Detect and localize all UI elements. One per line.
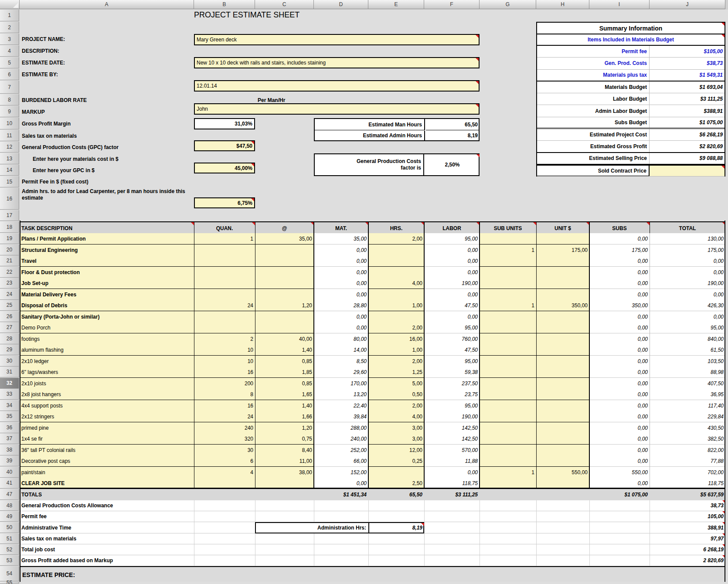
cell-J29[interactable]: 61,50 xyxy=(650,344,725,356)
cell-F38[interactable]: 570,00 xyxy=(424,445,480,456)
cell-J24[interactable]: 0,00 xyxy=(650,289,725,300)
cell-I21[interactable]: 0,00 xyxy=(589,255,650,267)
row-header-8[interactable]: 8 xyxy=(0,94,19,105)
cell-H24[interactable] xyxy=(536,289,589,300)
cell-E27[interactable]: 2,00 xyxy=(368,322,424,333)
cell-H31[interactable] xyxy=(536,367,589,378)
cell-E38[interactable]: 12,00 xyxy=(368,445,424,456)
man-hours-value[interactable]: 65,50 xyxy=(426,119,480,130)
cell-E35[interactable]: 4,00 xyxy=(368,411,424,422)
cell-D35[interactable]: 39,84 xyxy=(314,411,368,422)
row-header-38[interactable]: 38 xyxy=(0,445,19,455)
cell-A28[interactable]: footings xyxy=(20,333,194,345)
column-title-0[interactable]: TASK DESCRIPTION xyxy=(20,222,194,234)
cell-D22[interactable]: 0,00 xyxy=(314,267,368,278)
row-header-31[interactable]: 31 xyxy=(0,367,19,377)
cell-F26[interactable]: 0,00 xyxy=(424,311,480,323)
cell-A24[interactable]: Material Delivery Fees xyxy=(20,289,194,300)
cell-I27[interactable]: 0,00 xyxy=(589,322,650,333)
row-header-1[interactable]: 1 xyxy=(0,10,19,21)
column-header-A[interactable]: A xyxy=(20,0,194,9)
cell-D38[interactable]: 252,00 xyxy=(314,445,368,456)
cell-F40[interactable]: 0,00 xyxy=(424,467,480,478)
cell-A20[interactable]: Structural Engineering xyxy=(20,244,194,256)
column-header-D[interactable]: D xyxy=(314,0,368,9)
cell-B28[interactable]: 2 xyxy=(194,333,255,345)
column-header-C[interactable]: C xyxy=(255,0,314,9)
cell-D26[interactable]: 0,00 xyxy=(314,311,368,323)
cell-I36[interactable]: 0,00 xyxy=(589,422,650,434)
row-header-2[interactable]: 2 xyxy=(0,22,19,33)
column-header-E[interactable]: E xyxy=(368,0,424,9)
row-header-33[interactable]: 33 xyxy=(0,389,19,400)
cell-G32[interactable] xyxy=(480,378,536,389)
row-header-30[interactable]: 30 xyxy=(0,356,19,367)
cell-H34[interactable] xyxy=(536,400,589,411)
cell-F35[interactable]: 190,00 xyxy=(424,411,480,422)
cell-G31[interactable] xyxy=(480,367,536,378)
cell-F33[interactable]: 23,75 xyxy=(424,389,480,400)
cell-D19[interactable]: 35,00 xyxy=(314,233,368,244)
cell-A40[interactable]: paint/stain xyxy=(20,467,194,478)
cell-H22[interactable] xyxy=(536,267,589,278)
cell-A39[interactable]: Decorative post caps xyxy=(20,455,194,467)
cell-F39[interactable]: 11,88 xyxy=(424,455,480,467)
cell-D25[interactable]: 28,80 xyxy=(314,300,368,311)
cell-I28[interactable]: 0,00 xyxy=(589,333,650,345)
cell-A21[interactable]: Travel xyxy=(20,255,194,267)
cell-D30[interactable]: 8,50 xyxy=(314,356,368,367)
cell-D20[interactable]: 0,00 xyxy=(314,244,368,256)
column-header-J[interactable]: J xyxy=(650,0,725,9)
cell-F27[interactable]: 95,00 xyxy=(424,322,480,333)
cell-G22[interactable] xyxy=(480,267,536,278)
summary-value-9[interactable]: $9 088,88 xyxy=(650,153,725,164)
cell-C22[interactable] xyxy=(255,267,314,278)
cell-B37[interactable]: 320 xyxy=(194,433,255,445)
column-header-H[interactable]: H xyxy=(536,0,589,9)
cell-A22[interactable]: Floor & Dust protection xyxy=(20,267,194,278)
cell-E31[interactable]: 1,25 xyxy=(368,367,424,378)
bottom-total-51[interactable]: 97,97 xyxy=(650,533,725,544)
cell-G37[interactable] xyxy=(480,433,536,445)
column-header-F[interactable]: F xyxy=(424,0,480,9)
cell-C19[interactable]: 35,00 xyxy=(255,233,314,244)
cell-J30[interactable]: 103,50 xyxy=(650,356,725,367)
cell-J22[interactable]: 0,00 xyxy=(650,267,725,278)
cell-F20[interactable]: 0,00 xyxy=(424,244,480,256)
cell-I38[interactable]: 0,00 xyxy=(589,445,650,456)
cell-G34[interactable] xyxy=(480,400,536,411)
cell-G30[interactable] xyxy=(480,356,536,367)
row-header-34[interactable]: 34 xyxy=(0,400,19,411)
cell-H37[interactable] xyxy=(536,433,589,445)
cell-J34[interactable]: 117,40 xyxy=(650,400,725,411)
field-value-3[interactable]: John xyxy=(194,103,480,115)
cell-C40[interactable]: 38,00 xyxy=(255,467,314,478)
cell-B32[interactable]: 200 xyxy=(194,378,255,389)
cell-J32[interactable]: 407,50 xyxy=(650,378,725,389)
cell-D32[interactable]: 170,00 xyxy=(314,378,368,389)
cell-B24[interactable] xyxy=(194,289,255,300)
column-title-6[interactable]: SUB UNITS xyxy=(480,222,536,234)
cell-H36[interactable] xyxy=(536,422,589,434)
bottom-total-48[interactable]: 38,73 xyxy=(650,500,725,511)
cell-I40[interactable]: 550,00 xyxy=(589,467,650,478)
administration-hrs-value[interactable]: 8,19 xyxy=(370,523,424,533)
cell-A26[interactable]: Sanitary (Porta-John or similar) xyxy=(20,311,194,323)
cell-C25[interactable]: 1,20 xyxy=(255,300,314,311)
cell-F36[interactable]: 142,50 xyxy=(424,422,480,434)
cell-D21[interactable]: 0,00 xyxy=(314,255,368,267)
sales-tax-cell[interactable]: 6,75% xyxy=(194,197,255,208)
row-header-11[interactable]: 11 xyxy=(0,130,19,141)
cell-H29[interactable] xyxy=(536,344,589,356)
cell-C23[interactable] xyxy=(255,278,314,289)
totals-label[interactable]: TOTALS xyxy=(20,489,194,500)
cell-D40[interactable]: 152,00 xyxy=(314,467,368,478)
column-title-7[interactable]: UNIT $ xyxy=(536,222,589,234)
row-header-10[interactable]: 10 xyxy=(0,118,19,129)
cell-A31[interactable]: 6" lags/washers xyxy=(20,367,194,378)
bottom-label-52[interactable]: Total job cost xyxy=(20,544,194,555)
column-header-I[interactable]: I xyxy=(589,0,650,9)
cell-G40[interactable]: 1 xyxy=(480,467,536,478)
cell-D28[interactable]: 80,00 xyxy=(314,333,368,345)
row-header-52[interactable]: 52 xyxy=(0,544,19,555)
